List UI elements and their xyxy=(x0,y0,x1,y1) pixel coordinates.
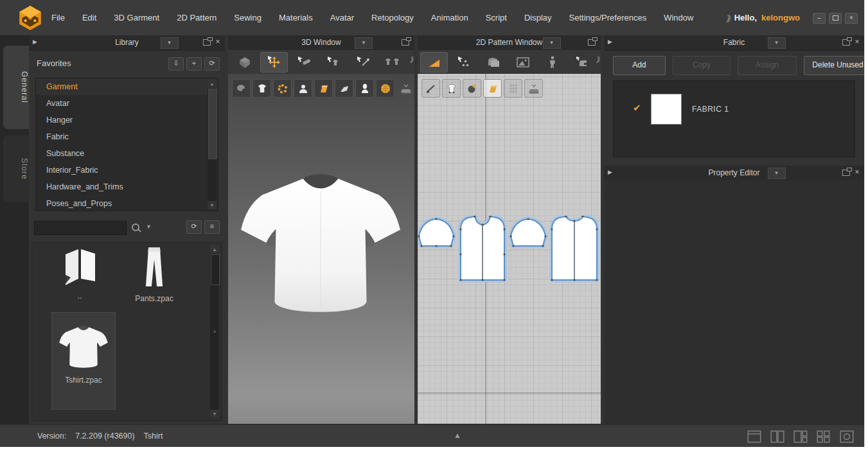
layout-quad-icon[interactable] xyxy=(815,429,832,444)
pattern-pieces[interactable] xyxy=(418,216,601,284)
menu-edit[interactable]: Edit xyxy=(82,13,96,22)
pin-tool[interactable] xyxy=(349,52,376,73)
sewing-machine-tool[interactable] xyxy=(568,52,596,73)
select-garment-tool[interactable] xyxy=(319,52,347,73)
show-fabric-toggle[interactable] xyxy=(314,79,333,98)
show-environment-toggle[interactable] xyxy=(376,79,394,98)
float-panel-icon[interactable] xyxy=(402,39,409,46)
library-panel-dropdown[interactable]: ▾ xyxy=(161,37,179,49)
transform-pattern-tool[interactable] xyxy=(420,52,448,73)
toolbar-overflow-icon[interactable]: )) xyxy=(597,55,599,63)
pattern-sleeve-right[interactable] xyxy=(509,218,546,247)
menu-display[interactable]: Display xyxy=(524,13,552,22)
show-fabric-toggle[interactable] xyxy=(483,79,502,98)
float-panel-icon[interactable] xyxy=(842,170,850,176)
menu-window[interactable]: Window xyxy=(664,13,693,22)
favorite-item-fabric[interactable]: Fabric xyxy=(36,128,218,145)
steamer-toggle[interactable] xyxy=(524,79,543,98)
show-avatar-toggle[interactable] xyxy=(232,79,251,98)
menu-avatar[interactable]: Avatar xyxy=(330,13,354,22)
add-favorite-button[interactable]: + xyxy=(186,57,202,71)
menu-3d-garment[interactable]: 3D Garment xyxy=(114,13,159,22)
import-library-button[interactable]: ⇩ xyxy=(168,57,184,71)
brush-tool[interactable] xyxy=(290,52,317,73)
3d-window-header[interactable]: 3D Window ▾ xyxy=(228,35,414,51)
scroll-up-icon[interactable]: ▲ xyxy=(210,245,219,254)
scroll-up-icon[interactable]: ▲ xyxy=(208,80,217,88)
create-pattern-tool[interactable] xyxy=(479,52,507,73)
delete-unused-fabric-button[interactable]: Delete Unused xyxy=(804,56,865,75)
add-fabric-button[interactable]: Add xyxy=(613,56,666,75)
show-avatar-2d-tool[interactable] xyxy=(538,52,566,73)
tab-general[interactable]: General xyxy=(3,46,29,129)
pattern-front-bodice[interactable] xyxy=(459,216,505,281)
close-panel-icon[interactable]: × xyxy=(853,37,862,46)
property-editor-header[interactable]: ▶ Property Editor ▾ × xyxy=(604,166,864,181)
maximize-button[interactable] xyxy=(829,13,842,24)
capture-view-icon[interactable] xyxy=(838,429,855,444)
copy-fabric-button[interactable]: Copy xyxy=(673,56,731,75)
scroll-down-icon[interactable]: ▼ xyxy=(210,410,219,418)
layout-two-pane-icon[interactable] xyxy=(769,429,786,444)
favorite-item-garment[interactable]: Garment xyxy=(36,78,218,95)
layout-single-icon[interactable] xyxy=(746,429,763,444)
show-garment-toggle[interactable] xyxy=(252,79,271,98)
layout-mixed-icon[interactable] xyxy=(792,429,809,444)
file-tile-tshirt[interactable]: Tshirt.zpac xyxy=(51,312,116,410)
show-seams-toggle[interactable] xyxy=(273,79,292,98)
steamer-toggle[interactable] xyxy=(396,79,414,98)
fabric-panel-header[interactable]: ▶ Fabric ▾ × xyxy=(604,35,864,51)
menu-sewing[interactable]: Sewing xyxy=(234,13,261,22)
favorites-scrollbar[interactable]: ▲ ▼ xyxy=(208,80,217,209)
scrollbar-thumb[interactable] xyxy=(208,89,217,159)
property-editor-dropdown[interactable]: ▾ xyxy=(768,168,786,179)
search-icon[interactable] xyxy=(132,223,139,231)
edit-texture-toggle[interactable] xyxy=(421,79,440,98)
favorite-item-substance[interactable]: Substance xyxy=(36,145,218,162)
3d-viewport[interactable] xyxy=(228,74,414,424)
file-tile-parent-folder[interactable]: .. xyxy=(46,247,113,301)
show-mannequin-toggle[interactable] xyxy=(355,79,374,98)
fabric-panel-dropdown[interactable]: ▾ xyxy=(768,37,786,49)
menu-materials[interactable]: Materials xyxy=(279,13,313,22)
list-view-button[interactable]: ≡ xyxy=(204,220,220,234)
image-tool[interactable] xyxy=(509,52,536,73)
menu-file[interactable]: File xyxy=(51,13,65,22)
pattern-sleeve-left[interactable] xyxy=(418,218,454,247)
menu-animation[interactable]: Animation xyxy=(431,13,468,22)
show-cloth-toggle[interactable] xyxy=(335,79,353,98)
view-gizmo-tool[interactable] xyxy=(231,52,258,73)
float-panel-icon[interactable] xyxy=(588,39,596,46)
search-input[interactable] xyxy=(34,221,127,235)
show-pattern-marks-toggle[interactable] xyxy=(442,79,461,98)
pattern-back-bodice[interactable] xyxy=(551,216,598,281)
expand-timeline-icon[interactable]: ▲ xyxy=(454,431,461,440)
2d-pattern-header[interactable]: 2D Pattern Window ▾ xyxy=(418,35,601,51)
check-icon[interactable]: ✔ xyxy=(633,102,641,114)
scrollbar-thumb[interactable] xyxy=(211,254,220,285)
fabric-swatch[interactable] xyxy=(651,94,682,125)
files-scrollbar[interactable]: ▲ ≡ ▼ xyxy=(210,245,219,418)
app-logo-icon[interactable] xyxy=(15,4,45,31)
library-panel-header[interactable]: ▶ Library ▾ × xyxy=(29,35,225,51)
2d-viewport[interactable] xyxy=(418,74,601,424)
refresh-library-button[interactable]: ⟳ xyxy=(204,57,220,71)
close-button[interactable]: × xyxy=(845,13,858,24)
edit-pattern-tool[interactable] xyxy=(450,52,477,73)
menu-2d-pattern[interactable]: 2D Pattern xyxy=(177,13,217,22)
close-panel-icon[interactable]: × xyxy=(853,168,862,177)
menu-script[interactable]: Script xyxy=(486,13,507,22)
file-tile-pants[interactable]: Pants.zpac xyxy=(121,247,188,303)
favorite-item-interior-fabric[interactable]: Interior_Fabric xyxy=(36,162,218,179)
refresh-files-button[interactable]: ⟳ xyxy=(186,220,202,234)
float-panel-icon[interactable] xyxy=(842,39,850,46)
scroll-down-icon[interactable]: ▼ xyxy=(208,201,217,209)
username-link[interactable]: kelongwo xyxy=(761,13,800,22)
float-panel-icon[interactable] xyxy=(203,39,211,46)
symmetric-garment-tool[interactable] xyxy=(378,52,406,73)
show-pins-toggle[interactable] xyxy=(463,79,481,98)
favorite-item-avatar[interactable]: Avatar xyxy=(36,95,218,112)
show-grid-toggle[interactable] xyxy=(504,79,522,98)
favorite-item-hardware-and-trims[interactable]: Hardware_and_Trims xyxy=(36,179,218,195)
favorite-item-clipped[interactable]: Poses_and_Props xyxy=(36,195,218,211)
